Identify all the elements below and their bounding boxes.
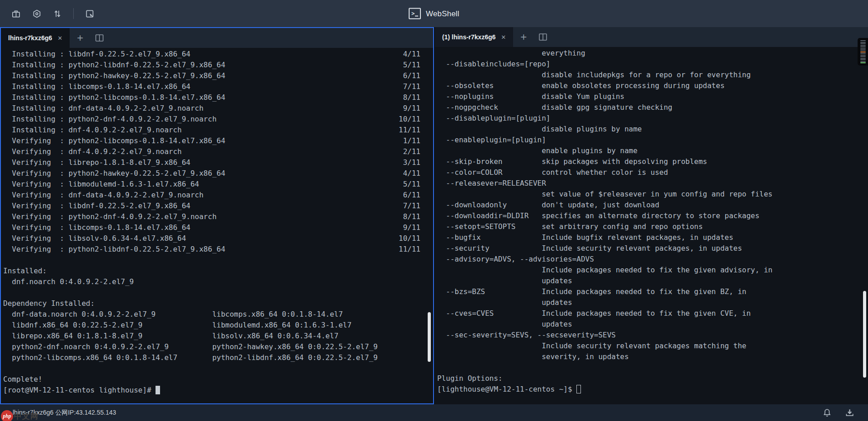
progress-counter: 6/11: [403, 190, 420, 201]
terminal-line: --disableplugin=[plugin]: [437, 113, 868, 124]
terminal-line: --releasever=RELEASEVER: [437, 178, 868, 189]
progress-counter: 4/11: [403, 49, 420, 60]
progress-counter: 1/11: [403, 136, 420, 146]
close-tab-icon[interactable]: ✕: [501, 34, 506, 40]
terminal-output-left[interactable]: Installing : libdnf-0.22.5-2.el7_9.x86_6…: [1, 48, 433, 403]
terminal-pane-left: lhins-r7kxz6g6 ✕ + Installing : libdnf-0…: [0, 27, 434, 404]
terminal-line: Verifying : libcomps-0.1.8-14.el7.x86_64…: [3, 222, 433, 233]
settings-nut-icon[interactable]: [32, 9, 42, 19]
tab-1-lhins-r7kxz6g6[interactable]: (1) lhins-r7kxz6g6 ✕: [435, 27, 513, 47]
terminal-line: --setopt=SETOPTS set arbitrary config an…: [437, 221, 868, 232]
scrollbar-thumb-left[interactable]: [428, 312, 431, 362]
terminal-line: severity, in updates: [437, 351, 868, 362]
terminal-line: librepo.x86_64 0:1.8.1-8.el7_9 libsolv.x…: [3, 331, 433, 341]
tabbar-right: (1) lhins-r7kxz6g6 ✕ +: [435, 27, 868, 47]
app-title-group: > WebShell: [409, 8, 459, 19]
progress-counter: 3/11: [403, 157, 420, 168]
progress-counter: 2/11: [403, 146, 420, 157]
terminal-line: --noplugins disable Yum plugins: [437, 91, 868, 102]
terminal-line: Include security relevant packages match…: [437, 341, 868, 351]
terminal-line: Installing : python2-libcomps-0.1.8-14.e…: [3, 92, 433, 103]
terminal-line: dnf-data.noarch 0:4.0.9.2-2.el7_9 libcom…: [3, 309, 433, 320]
terminal-line: [437, 362, 868, 373]
terminal-line: Verifying : python2-libcomps-0.1.8-14.el…: [3, 136, 433, 146]
progress-counter: 10/11: [399, 233, 420, 244]
terminal-output-right[interactable]: everything --disableincludes=[repo] disa…: [435, 47, 868, 404]
statusbar-icons: [822, 408, 854, 418]
new-tab-button[interactable]: +: [513, 27, 534, 47]
terminal-line: libdnf.x86_64 0:0.22.5-2.el7_9 libmodule…: [3, 320, 433, 331]
progress-counter: 8/11: [403, 211, 420, 222]
terminal-line: --nogpgcheck disable gpg signature check…: [437, 102, 868, 113]
terminal-line: --color=COLOR control whether color is u…: [437, 167, 868, 178]
terminal-line: updates: [437, 297, 868, 308]
terminal-line: [root@VM-12-11-centos lighthouse]#: [3, 385, 433, 396]
terminal-pane-right: (1) lhins-r7kxz6g6 ✕ + everything --disa…: [435, 27, 868, 404]
terminal-line: Installing : dnf-4.0.9.2-2.el7_9.noarch1…: [3, 125, 433, 136]
progress-counter: 8/11: [403, 92, 420, 103]
file-search-icon[interactable]: [85, 9, 94, 19]
transfer-arrows-icon[interactable]: [52, 9, 62, 19]
scrollbar-thumb-right[interactable]: [863, 291, 866, 378]
terminal-line: Verifying : libdnf-0.22.5-2.el7_9.x86_64…: [3, 201, 433, 211]
progress-counter: 7/11: [403, 81, 420, 92]
progress-counter: 9/11: [403, 222, 420, 233]
notification-bell-icon[interactable]: [822, 408, 832, 418]
terminal-line: Dependency Installed:: [3, 298, 433, 309]
terminal-line: Verifying : dnf-4.0.9.2-2.el7_9.noarch2/…: [3, 146, 433, 157]
webshell-terminal-icon: >: [409, 8, 421, 19]
workspace: lhins-r7kxz6g6 ✕ + Installing : libdnf-0…: [0, 27, 868, 404]
terminal-line: --downloadonly don't update, just downlo…: [437, 200, 868, 210]
terminal-line: set value of $releasever in yum config a…: [437, 189, 868, 200]
tab-lhins-r7kxz6g6[interactable]: lhins-r7kxz6g6 ✕: [1, 28, 70, 48]
split-pane-button[interactable]: [90, 28, 108, 48]
minimap-green-marker: [860, 62, 866, 63]
terminal-line: Installing : python2-libdnf-0.22.5-2.el7…: [3, 60, 433, 70]
terminal-line: --bugfix Include bugfix relevant package…: [437, 232, 868, 243]
progress-counter: 10/11: [399, 114, 420, 125]
close-tab-icon[interactable]: ✕: [57, 35, 62, 41]
terminal-line: Verifying : python2-hawkey-0.22.5-2.el7_…: [3, 168, 433, 179]
terminal-line: --security Include security relevant pac…: [437, 243, 868, 254]
terminal-line: [lighthouse@VM-12-11-centos ~]$: [437, 384, 868, 395]
download-icon[interactable]: [844, 408, 854, 418]
terminal-line: --enableplugin=[plugin]: [437, 135, 868, 145]
progress-counter: 5/11: [403, 179, 420, 190]
tab-title: lhins-r7kxz6g6: [8, 34, 52, 42]
terminal-line: --disableincludes=[repo]: [437, 59, 868, 70]
progress-counter: 9/11: [403, 103, 420, 114]
php-logo-icon: php: [1, 410, 13, 421]
topbar-tools: [0, 8, 94, 19]
terminal-line: Verifying : libsolv-0.6.34-4.el7.x86_641…: [3, 233, 433, 244]
tab-title: (1) lhins-r7kxz6g6: [442, 33, 495, 41]
app-title: WebShell: [426, 9, 459, 18]
terminal-line: --cves=CVES Include packages needed to f…: [437, 308, 868, 319]
terminal-line: updates: [437, 276, 868, 286]
terminal-line: Installing : python2-hawkey-0.22.5-2.el7…: [3, 70, 433, 81]
terminal-line: Include packages needed to fix the given…: [437, 265, 868, 276]
progress-counter: 5/11: [403, 60, 420, 70]
terminal-line: [3, 363, 433, 374]
terminal-line: --skip-broken skip packages with depsolv…: [437, 156, 868, 167]
terminal-line: disable plugins by name: [437, 124, 868, 135]
split-pane-button[interactable]: [534, 27, 552, 47]
progress-counter: 11/11: [399, 244, 420, 255]
terminal-line: Installing : libdnf-0.22.5-2.el7_9.x86_6…: [3, 49, 433, 60]
toolbox-icon[interactable]: [11, 9, 21, 19]
terminal-line: python2-dnf.noarch 0:4.0.9.2-2.el7_9 pyt…: [3, 341, 433, 352]
terminal-line: enable plugins by name: [437, 145, 868, 156]
terminal-line: --downloaddir=DLDIR specifies an alterna…: [437, 210, 868, 221]
terminal-line: Verifying : python2-libdnf-0.22.5-2.el7_…: [3, 244, 433, 255]
terminal-line: disable includepkgs for a repo or for ev…: [437, 70, 868, 80]
progress-counter: 7/11: [403, 201, 420, 211]
statusbar: lhins-r7kxz6g6 公网IP:43.142.55.143: [0, 404, 868, 421]
terminal-line: python2-libcomps.x86_64 0:0.1.8-14.el7 p…: [3, 352, 433, 363]
new-tab-button[interactable]: +: [70, 28, 90, 48]
minimap-orange-marker: [860, 51, 866, 52]
terminal-cursor: [156, 386, 160, 394]
terminal-line: --bzs=BZS Include packages needed to fix…: [437, 286, 868, 297]
tabbar-left: lhins-r7kxz6g6 ✕ +: [1, 28, 433, 48]
terminal-line: Installed:: [3, 266, 433, 276]
terminal-line: --obsoletes enable obsoletes processing …: [437, 80, 868, 91]
terminal-line: Installing : dnf-data-4.0.9.2-2.el7_9.no…: [3, 103, 433, 114]
